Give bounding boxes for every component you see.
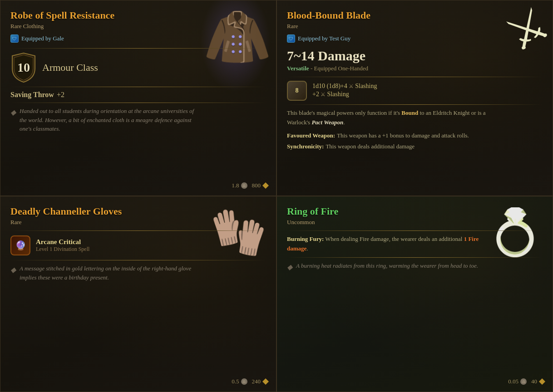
robe-divider-2 (10, 87, 266, 87)
dice-details: 1d10 (1d8)+4 ⚔ Slashing +2 ⚔ Slashing (312, 83, 377, 99)
ring-card: Ring of Fire Uncommon Burning Fury: When… (276, 196, 553, 392)
dice-line-2: +2 ⚔ Slashing (312, 91, 377, 98)
gloves-flavor: ◆ A message stitched in gold lettering o… (10, 264, 202, 282)
blade-rarity: Rare (287, 23, 543, 30)
gloves-card: Deadly Channeller Gloves Rare 🔮 Arcane C… (0, 196, 276, 392)
favoured-block: Favoured Weapon: This weapon has a +1 bo… (287, 131, 491, 139)
ability-info: Arcane Critical Level 1 Divination Spell (36, 238, 89, 253)
slash-icon-1: ⚔ (349, 83, 355, 89)
weight-icon: ⚖ (241, 182, 247, 189)
armour-class-row: 10 Armour Class (10, 52, 266, 83)
saving-throw-label: Saving Throw (10, 91, 54, 99)
gloves-weight: 0.5 ⚖ (232, 378, 247, 385)
damage-row: 7~14 Damage (287, 48, 543, 64)
ability-name: Arcane Critical (36, 238, 89, 246)
ac-label: Armour Class (42, 62, 98, 74)
gloves-divider-1 (10, 230, 266, 231)
gold-icon (262, 182, 269, 189)
blade-equipped-by: 🛡 Equipped by Test Guy (287, 34, 543, 43)
blade-desc-pre: This blade's magical powers only functio… (287, 109, 400, 116)
robe-gold: 800 (252, 182, 269, 189)
saving-throw-value: +2 (57, 91, 64, 99)
blade-title: Blood-Bound Blade (287, 10, 543, 21)
ability-icon: 🔮 (10, 235, 30, 255)
blade-equipped-text: Equipped by Test Guy (298, 35, 351, 42)
equipped-icon-blade: 🛡 (287, 34, 295, 43)
robe-flavor: ◆ Handed out to all students during orie… (10, 107, 202, 133)
sync-name: Synchronicity: (287, 143, 324, 150)
robe-card: Robe of Spell Resistance Rare Clothing 🛡… (0, 0, 276, 196)
robe-equipped-text: Equipped by Gale (21, 35, 64, 42)
gloves-weight-icon: ⚖ (241, 378, 247, 385)
ring-divider-1 (287, 230, 543, 231)
gloves-weight-value: 0.5 (232, 378, 239, 385)
ring-gold-value: 40 (531, 378, 537, 385)
bf-name: Burning Fury: (287, 235, 324, 242)
blade-desc-end: . (343, 119, 345, 126)
dice-line-1: 1d10 (1d8)+4 ⚔ Slashing (312, 83, 377, 90)
ring-title: Ring of Fire (287, 206, 543, 217)
dice-info-1: 1d10 (1d8)+4 (312, 83, 347, 89)
gloves-flavor-text: A message stitched in gold lettering on … (20, 264, 202, 282)
bf-end: . (306, 245, 308, 252)
ring-weight-value: 0.05 (508, 378, 518, 385)
ability-type: Level 1 Divination Spell (36, 246, 89, 253)
burning-fury-block: Burning Fury: When dealing Fire damage, … (287, 235, 486, 254)
robe-divider-3 (10, 103, 266, 103)
robe-flavor-icon: ◆ (10, 107, 16, 118)
robe-title: Robe of Spell Resistance (10, 10, 266, 21)
blade-card: Blood-Bound Blade Rare 🛡 Equipped by Tes… (276, 0, 553, 196)
ring-flavor: ◆ A burning heat radiates from this ring… (287, 261, 479, 273)
blade-desc: This blade's magical powers only functio… (287, 108, 491, 127)
robe-weight: 1.8 ⚖ (232, 182, 247, 189)
robe-rarity: Rare Clothing (10, 23, 266, 30)
dice-icon: 8 (287, 81, 307, 101)
ring-flavor-icon: ◆ (287, 262, 292, 273)
ring-rarity: Uncommon (287, 219, 543, 226)
ring-gold-icon (539, 378, 545, 385)
gloves-footer: 0.5 ⚖ 240 (232, 378, 269, 385)
ring-weight: 0.05 ⚖ (508, 378, 527, 385)
blade-divider-1 (287, 77, 543, 77)
gloves-gold-icon (262, 378, 269, 385)
dice-type-1: Slashing (355, 83, 377, 89)
ring-flavor-text: A burning heat radiates from this ring, … (296, 261, 478, 270)
sync-desc: This weapon deals additional damage (326, 143, 415, 150)
ac-shield: 10 (10, 52, 37, 83)
robe-weight-value: 1.8 (232, 182, 239, 189)
ac-value: 10 (17, 60, 30, 75)
robe-gold-value: 800 (252, 182, 261, 189)
sync-block: Synchronicity: This weapon deals additio… (287, 142, 491, 150)
saving-throw-row: Saving Throw +2 (10, 91, 266, 99)
robe-flavor-text: Handed out to all students during orient… (20, 107, 202, 133)
ring-footer: 0.05 ⚖ 40 (508, 378, 545, 385)
bf-desc: When dealing Fire damage, the wearer dea… (325, 235, 464, 242)
blade-divider-2 (287, 104, 543, 105)
versatile-rest: - Equipped One-Handed (311, 65, 368, 72)
favoured-name: Favoured Weapon: (287, 132, 335, 139)
gloves-rarity: Rare (10, 219, 266, 226)
slash-icon-2: ⚔ (321, 91, 327, 98)
gloves-flavor-icon: ◆ (10, 265, 16, 275)
ability-icon-symbol: 🔮 (15, 240, 26, 251)
ability-row: 🔮 Arcane Critical Level 1 Divination Spe… (10, 235, 266, 255)
equipped-icon-robe: 🛡 (10, 34, 19, 43)
blade-desc-pact: Pact Weapon (311, 119, 343, 126)
robe-footer: 1.8 ⚖ 800 (232, 182, 269, 189)
ring-weight-icon: ⚖ (520, 378, 527, 385)
favoured-desc: This weapon has a +1 bonus to damage and… (337, 132, 469, 139)
versatile-label: Versatile (287, 65, 309, 72)
dice-row: 8 1d10 (1d8)+4 ⚔ Slashing +2 ⚔ Slashing (287, 81, 543, 101)
dice-type-2: Slashing (327, 91, 349, 98)
gloves-gold-value: 240 (252, 378, 261, 385)
robe-equipped-by: 🛡 Equipped by Gale (10, 34, 266, 43)
gloves-divider-2 (10, 260, 266, 260)
robe-divider-1 (10, 48, 266, 49)
dice-value: 8 (296, 87, 299, 94)
gloves-title: Deadly Channeller Gloves (10, 206, 266, 217)
gloves-gold: 240 (252, 378, 269, 385)
versatile-row: Versatile - Equipped One-Handed (287, 65, 543, 72)
dice-info-2: +2 (312, 91, 319, 98)
ring-divider-2 (287, 257, 543, 258)
ring-gold: 40 (531, 378, 545, 385)
